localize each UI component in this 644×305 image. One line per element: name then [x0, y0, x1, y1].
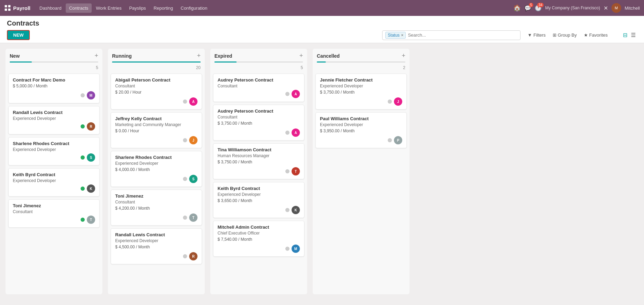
- status-filter-close[interactable]: ×: [401, 33, 403, 38]
- col-progress-expired: [214, 61, 303, 63]
- card-r2[interactable]: Jeffrey Kelly Contract Marketing and Com…: [111, 112, 202, 148]
- group-by-button[interactable]: ⊞ Group By: [550, 31, 580, 39]
- status-filter-label: Status: [388, 33, 399, 38]
- favorites-button[interactable]: ★ Favorites: [581, 31, 610, 39]
- nav-work-entries[interactable]: Work Entries: [92, 3, 125, 13]
- nav-reporting[interactable]: Reporting: [150, 3, 176, 13]
- status-filter-badge[interactable]: Status ×: [385, 32, 406, 39]
- svg-rect-1: [8, 5, 11, 8]
- status-dot: [183, 138, 187, 142]
- card-c5[interactable]: Toni Jimenez Consultant T: [8, 199, 100, 228]
- status-dot: [285, 247, 289, 251]
- svg-rect-3: [8, 9, 11, 11]
- card-subtitle: Consultant: [115, 200, 197, 204]
- card-e5[interactable]: Mitchell Admin Contract Chief Executive …: [213, 221, 304, 257]
- card-rate: $ 7,540.00 / Month: [218, 237, 300, 242]
- col-add-cancelled[interactable]: +: [402, 52, 405, 59]
- filters-button[interactable]: ▼ Filters: [525, 31, 548, 39]
- new-button[interactable]: NEW: [7, 30, 30, 40]
- star-icon: ★: [584, 32, 588, 38]
- card-subtitle: Experienced Developer: [218, 192, 300, 197]
- card-subtitle: Consultant: [218, 115, 300, 120]
- card-rate: $ 20.00 / Hour: [115, 90, 197, 95]
- card-ca1[interactable]: Jennie Fletcher Contract Experienced Dev…: [315, 74, 407, 109]
- card-rate: $ 5,000.00 / Month: [13, 84, 95, 88]
- close-icon[interactable]: ✕: [604, 5, 608, 11]
- col-progress-running: [112, 61, 201, 63]
- status-dot: [183, 99, 187, 104]
- card-avatar: J: [394, 97, 402, 106]
- kanban-view-button[interactable]: ⊟: [622, 30, 629, 40]
- app-logo[interactable]: Payroll: [4, 4, 30, 11]
- kanban-col-running: Running + 20 Abigail Peterson Contract C…: [108, 49, 205, 294]
- status-dot: [285, 92, 289, 96]
- card-footer: T: [218, 167, 300, 175]
- card-c4[interactable]: Keith Byrd Contract Experienced Develope…: [8, 168, 100, 197]
- chat-icon[interactable]: 💬 5: [524, 5, 531, 11]
- col-count-running: 20: [196, 65, 201, 70]
- card-footer: R: [13, 122, 95, 131]
- card-footer: K: [218, 206, 300, 214]
- status-dot: [183, 254, 187, 258]
- nav-configuration[interactable]: Configuration: [177, 3, 211, 13]
- nav-payslips[interactable]: Payslips: [126, 3, 149, 13]
- card-c3[interactable]: Sharlene Rhodes Contract Experienced Dev…: [8, 137, 100, 165]
- card-e3[interactable]: Tina Williamson Contract Human Resources…: [213, 143, 304, 179]
- col-header-cancelled: Cancelled +: [313, 49, 410, 61]
- card-c1[interactable]: Contract For Marc Demo $ 5,000.00 / Mont…: [8, 74, 100, 103]
- card-footer: A: [218, 128, 300, 137]
- clock-icon[interactable]: 🕐 34: [535, 5, 542, 11]
- card-title: Jeffrey Kelly Contract: [115, 116, 197, 121]
- status-dot: [183, 216, 187, 220]
- card-title: Keith Byrd Contract: [13, 172, 95, 177]
- user-avatar[interactable]: M: [611, 3, 621, 13]
- card-avatar: M: [87, 91, 95, 99]
- svg-rect-0: [5, 5, 7, 8]
- company-name[interactable]: My Company (San Francisco): [545, 6, 600, 10]
- card-avatar: M: [292, 245, 300, 253]
- col-cards-new: Contract For Marc Demo $ 5,000.00 / Mont…: [6, 72, 102, 230]
- nav-dashboard[interactable]: Dashboard: [36, 3, 65, 13]
- status-dot: [388, 138, 392, 142]
- card-r3[interactable]: Sharlene Rhodes Contract Experienced Dev…: [111, 151, 202, 187]
- col-header-new: New +: [6, 49, 102, 61]
- col-count-expired: 5: [301, 65, 303, 70]
- card-footer: T: [115, 213, 197, 222]
- clock-badge: 34: [537, 3, 544, 7]
- col-add-running[interactable]: +: [197, 52, 201, 59]
- col-add-expired[interactable]: +: [299, 52, 303, 59]
- card-e4[interactable]: Keith Byrd Contract Experienced Develope…: [213, 182, 304, 218]
- status-dot: [388, 99, 392, 104]
- nav-contracts[interactable]: Contracts: [66, 3, 92, 13]
- card-footer: K: [13, 184, 95, 193]
- card-e2[interactable]: Audrey Peterson Contract Consultant $ 3,…: [213, 105, 304, 141]
- app-name: Payroll: [13, 5, 30, 11]
- card-footer: R: [115, 252, 197, 260]
- card-rate: $ 3,750.00 / Month: [320, 90, 402, 95]
- card-title: Abigail Peterson Contract: [115, 77, 197, 83]
- card-e1[interactable]: Audrey Peterson Contract Consultant A: [213, 74, 304, 102]
- card-subtitle: Experienced Developer: [320, 122, 402, 127]
- col-add-new[interactable]: +: [94, 52, 98, 59]
- list-view-button[interactable]: ☰: [629, 30, 637, 40]
- search-input[interactable]: [408, 32, 517, 38]
- card-footer: P: [320, 136, 402, 144]
- card-title: Toni Jimenez: [115, 193, 197, 199]
- card-subtitle: Consultant: [218, 84, 300, 88]
- status-dot: [81, 187, 85, 191]
- card-subtitle: Experienced Developer: [320, 84, 402, 88]
- card-ca2[interactable]: Paul Williams Contract Experienced Devel…: [315, 112, 407, 148]
- card-c2[interactable]: Randall Lewis Contract Experienced Devel…: [8, 106, 100, 134]
- card-title: Sharlene Rhodes Contract: [13, 141, 95, 146]
- card-r1[interactable]: Abigail Peterson Contract Consultant $ 2…: [111, 74, 202, 109]
- card-r4[interactable]: Toni Jimenez Consultant $ 4,200.00 / Mon…: [111, 190, 202, 226]
- card-subtitle: Consultant: [115, 84, 197, 88]
- support-icon[interactable]: 🏠: [513, 4, 521, 12]
- col-header-expired: Expired +: [210, 49, 307, 61]
- card-subtitle: Experienced Developer: [13, 178, 95, 183]
- card-avatar: S: [189, 175, 197, 183]
- card-r5[interactable]: Randall Lewis Contract Experienced Devel…: [111, 228, 202, 264]
- status-dot: [81, 93, 85, 97]
- card-title: Audrey Peterson Contract: [218, 108, 300, 114]
- card-avatar: A: [189, 97, 197, 106]
